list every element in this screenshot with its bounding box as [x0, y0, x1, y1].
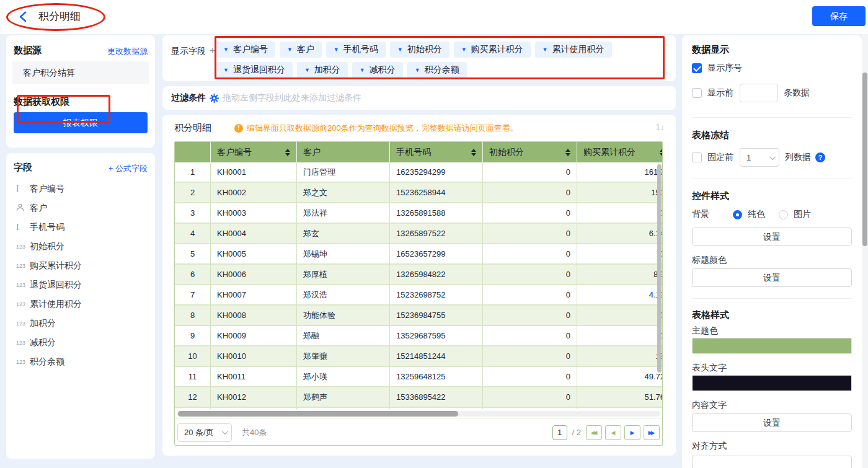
- field-item[interactable]: 123加积分: [6, 314, 155, 333]
- table-header-cell[interactable]: 初始积分: [483, 142, 577, 162]
- show-first-checkbox[interactable]: [692, 88, 702, 98]
- prev-page-button[interactable]: ◀: [605, 425, 621, 440]
- table-header-cell[interactable]: 客户: [297, 142, 390, 162]
- field-item[interactable]: 123积分余额: [6, 352, 155, 371]
- table-cell: 15236984755: [390, 306, 483, 326]
- chip-label: 客户: [297, 44, 314, 55]
- title-color-set-button[interactable]: 设置: [692, 268, 852, 287]
- table-header-cell[interactable]: 手机号码: [390, 142, 483, 162]
- table-header-cell[interactable]: 购买累计积分: [577, 142, 663, 162]
- display-field-chip[interactable]: ▼积分余额: [407, 62, 467, 78]
- save-button[interactable]: 保存: [812, 6, 866, 26]
- add-formula-field-link[interactable]: + 公式字段: [108, 163, 148, 174]
- display-field-chip[interactable]: ▼初始积分: [390, 42, 450, 58]
- change-datasource-link[interactable]: 更改数据源: [107, 46, 148, 57]
- table-cell: KH0001: [211, 162, 297, 183]
- datasource-name[interactable]: 客户积分结算: [12, 61, 149, 84]
- sort-icon[interactable]: [471, 149, 476, 156]
- display-field-chip[interactable]: ▼退货退回积分: [216, 62, 293, 78]
- total-pages: / 2: [572, 428, 581, 437]
- field-item[interactable]: 123初始积分: [6, 237, 155, 256]
- last-page-button[interactable]: ▶▶: [644, 425, 660, 440]
- display-field-chip[interactable]: ▼手机号码: [326, 42, 386, 58]
- table-cell: 郑融: [297, 326, 390, 347]
- field-item[interactable]: 客户: [6, 198, 155, 218]
- theme-color-swatch[interactable]: [692, 338, 852, 354]
- table-cell: 13265891588: [390, 203, 483, 224]
- display-field-chip[interactable]: ▼购买累计积分: [454, 42, 531, 58]
- table-cell: 0: [483, 162, 577, 183]
- page-title[interactable]: 积分明细: [36, 9, 83, 27]
- report-permission-button[interactable]: 报表权限: [14, 112, 148, 133]
- back-icon[interactable]: [17, 11, 30, 23]
- gear-icon[interactable]: [210, 94, 219, 103]
- help-icon[interactable]: ?: [815, 152, 825, 162]
- sort-icon[interactable]: [565, 149, 570, 156]
- field-item[interactable]: 123购买累计积分: [6, 256, 155, 275]
- table-vertical-scrollbar[interactable]: [657, 164, 662, 373]
- freeze-count-select[interactable]: 1: [740, 148, 779, 167]
- field-item[interactable]: 123退货退回积分: [6, 275, 155, 294]
- field-item[interactable]: 123减积分: [6, 333, 155, 352]
- display-field-chips: ▼客户编号▼客户▼手机号码▼初始积分▼购买累计积分▼累计使用积分▼退货退回积分▼…: [216, 42, 663, 78]
- content-text-set-button[interactable]: 设置: [692, 413, 852, 432]
- display-field-chip[interactable]: ▼减积分: [352, 62, 403, 78]
- table-row: 7KH0007郑汉浩1523269875204.12: [175, 285, 663, 306]
- image-radio[interactable]: [779, 210, 788, 219]
- row-index-cell: 4: [175, 224, 211, 244]
- table-cell: 郑小瑛: [297, 367, 390, 387]
- page-scrollbar[interactable]: [862, 73, 867, 246]
- column-label: 手机号码: [396, 147, 431, 158]
- table-header-cell[interactable]: 客户编号: [211, 142, 297, 162]
- table-cell: 0: [577, 326, 663, 347]
- show-first-input[interactable]: [740, 84, 778, 102]
- table-cell: 0: [483, 387, 577, 408]
- row-index-cell: 11: [175, 367, 211, 387]
- first-page-button[interactable]: ◀◀: [586, 425, 602, 440]
- display-field-chip[interactable]: ▼累计使用积分: [535, 42, 612, 58]
- table-row: 11KH0011郑小瑛13259648125049.72: [175, 367, 663, 387]
- table-horizontal-scrollbar[interactable]: [178, 411, 458, 417]
- last-page-icon: ▶▶: [649, 430, 653, 436]
- show-first-prefix: 显示前: [707, 87, 733, 99]
- row-index-cell: 5: [175, 244, 211, 265]
- app-window: 积分明细 保存 数据源 更改数据源 客户积分结算 数据获取权限 报表权限 字段 …: [0, 0, 868, 468]
- row-index-cell: 7: [175, 285, 211, 306]
- freeze-checkbox[interactable]: [692, 152, 702, 162]
- table-header-index: [175, 142, 211, 162]
- sort-order-icon[interactable]: 1↓: [655, 122, 665, 132]
- chevron-down-icon: ▼: [360, 67, 365, 73]
- table-cell: [211, 408, 297, 409]
- table-cell: 0: [483, 306, 577, 326]
- filter-placeholder: 拖动左侧字段到此处来添加过滤条件: [223, 92, 361, 104]
- display-field-chip[interactable]: ▼加积分: [297, 62, 348, 78]
- header-text-swatch[interactable]: [692, 375, 852, 391]
- table-cell: [175, 408, 211, 409]
- background-set-button[interactable]: 设置: [692, 227, 852, 246]
- table-cell: KH0009: [211, 326, 297, 347]
- chip-label: 减积分: [370, 64, 396, 76]
- chevron-down-icon: ▼: [415, 67, 420, 73]
- field-item[interactable]: I客户编号: [6, 179, 155, 198]
- solid-color-radio[interactable]: [733, 210, 742, 219]
- table-cell: KH0011: [211, 367, 297, 387]
- sort-icon[interactable]: [660, 149, 663, 156]
- column-label: 初始积分: [489, 147, 524, 158]
- divider: [692, 117, 852, 118]
- show-index-checkbox[interactable]: [692, 63, 702, 73]
- field-item[interactable]: 123累计使用积分: [6, 294, 155, 314]
- filter-card: 过滤条件 拖动左侧字段到此处来添加过滤条件: [162, 86, 676, 110]
- align-control[interactable]: [692, 456, 852, 468]
- field-item[interactable]: I手机号码: [6, 218, 155, 237]
- page-size-select[interactable]: 20 条/页: [177, 423, 232, 442]
- page-number-input[interactable]: 1: [552, 425, 567, 440]
- table-cell: KH0007: [211, 285, 297, 306]
- display-fields-card: 显示字段+ ▼客户编号▼客户▼手机号码▼初始积分▼购买累计积分▼累计使用积分▼退…: [162, 35, 676, 81]
- background-label: 背景: [692, 209, 733, 220]
- table-cell: 13529687595: [390, 326, 483, 347]
- display-field-chip[interactable]: ▼客户编号: [216, 42, 275, 58]
- display-field-chip[interactable]: ▼客户: [280, 42, 322, 58]
- add-field-icon[interactable]: +: [210, 45, 215, 56]
- next-page-button[interactable]: ▶: [624, 425, 640, 440]
- sort-icon[interactable]: [285, 149, 290, 156]
